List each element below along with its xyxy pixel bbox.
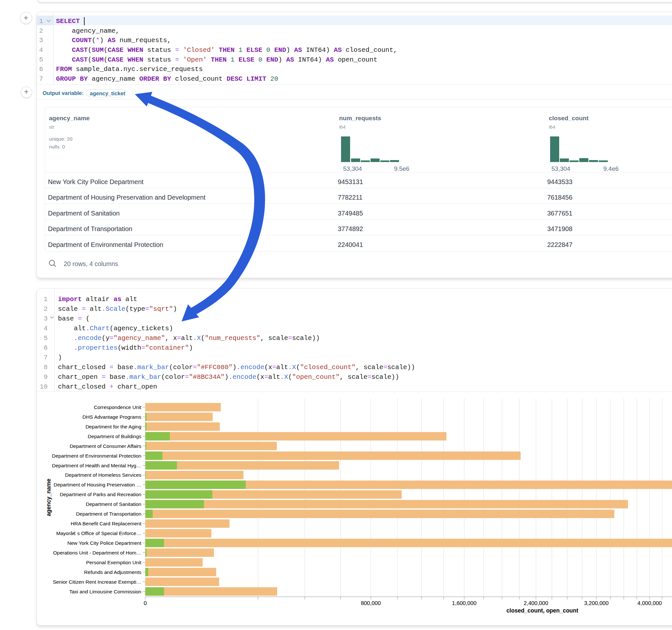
svg-text:Department of Homeless Service: Department of Homeless Services [65, 472, 141, 478]
svg-text:2,400,000: 2,400,000 [524, 600, 548, 606]
svg-text:0: 0 [144, 600, 146, 606]
svg-text:Department of Housing Preserva: Department of Housing Preservation … [53, 482, 141, 487]
svg-text:Senior Citizen Rent Increase E: Senior Citizen Rent Increase Exempti… [53, 579, 141, 585]
svg-text:Department of Consumer Affairs: Department of Consumer Affairs [70, 443, 141, 449]
svg-text:New York City Police Departmen: New York City Police Department [67, 540, 142, 546]
svg-text:Department of Parks and Recrea: Department of Parks and Recreation [59, 492, 141, 497]
svg-text:Department of Environmental Pr: Department of Environmental Protection [52, 453, 141, 459]
svg-text:3,200,000: 3,200,000 [584, 600, 609, 606]
svg-text:Refunds and Adjustments: Refunds and Adjustments [84, 570, 141, 575]
svg-text:HRA Benefit Card Replacement: HRA Benefit Card Replacement [71, 521, 142, 526]
svg-text:Department for the Aging: Department for the Aging [86, 424, 141, 429]
svg-text:4,000,000: 4,000,000 [637, 600, 662, 606]
svg-text:Mayorâ€ s Office of Special En: Mayorâ€ s Office of Special Enforce… [56, 531, 141, 536]
svg-text:800,000: 800,000 [361, 600, 381, 606]
svg-text:1,600,000: 1,600,000 [452, 600, 477, 606]
svg-text:Department of Buildings: Department of Buildings [88, 434, 142, 439]
svg-text:closed_count, open_count: closed_count, open_count [506, 607, 578, 614]
svg-text:Personal Exemption Unit: Personal Exemption Unit [86, 560, 141, 565]
svg-text:Department of Health and Menta: Department of Health and Mental Hyg… [52, 463, 141, 468]
svg-text:agency_name: agency_name [45, 479, 52, 516]
svg-text:Taxi and Limousine Commission: Taxi and Limousine Commission [69, 589, 141, 595]
svg-text:Operations Unit - Department o: Operations Unit - Department of Hom… [53, 550, 141, 555]
svg-text:DHS Advantage Programs: DHS Advantage Programs [82, 414, 141, 420]
svg-text:Department of Transportation: Department of Transportation [76, 511, 141, 516]
svg-text:Department of Sanitation: Department of Sanitation [86, 501, 141, 507]
svg-text:Correspondence Unit: Correspondence Unit [94, 405, 142, 410]
